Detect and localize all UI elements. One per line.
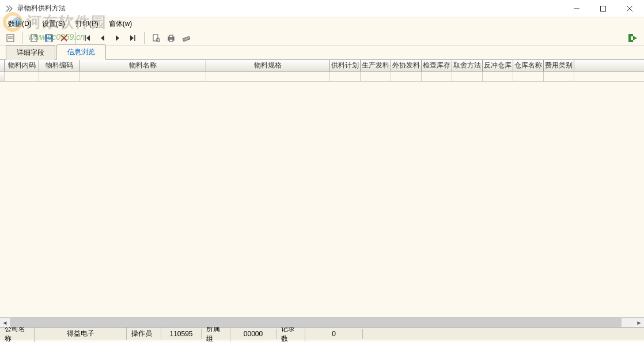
svg-rect-22 [169, 39, 173, 42]
prev-record-button[interactable] [96, 32, 109, 44]
toolbar [0, 30, 644, 46]
statusbar: 公司名称 得益电子 操作员 110595 所属组 00000 记录数 0 [0, 327, 644, 340]
status-operator-value: 110595 [161, 329, 202, 339]
titlebar-left: 录物料供料方法 [5, 3, 66, 13]
col-material-code[interactable]: 物料编码 [39, 60, 79, 71]
col-material-spec[interactable]: 物料规格 [206, 60, 330, 71]
titlebar: 录物料供料方法 [0, 0, 644, 17]
menu-data[interactable]: 数据(D) [3, 18, 36, 30]
col-material-name[interactable]: 物料名称 [79, 60, 206, 71]
row-selector-header[interactable] [0, 60, 5, 71]
window-title: 录物料供料方法 [17, 3, 66, 13]
svg-rect-6 [7, 35, 14, 42]
menu-window[interactable]: 窗体(w) [104, 18, 137, 30]
svg-line-19 [159, 41, 160, 42]
col-supply-plan[interactable]: 供料计划 [330, 60, 361, 71]
grid-header: 物料内码 物料编码 物料名称 物料规格 供料计划 生产发料 外协发料 检查库存 … [0, 60, 644, 72]
col-outsource-issue[interactable]: 外协发料 [391, 60, 422, 71]
svg-rect-17 [153, 35, 158, 41]
print-preview-button[interactable] [149, 32, 163, 44]
delete-button[interactable] [57, 32, 71, 44]
col-rounding-method[interactable]: 取舍方法 [452, 60, 483, 71]
grid-empty-row[interactable] [0, 72, 644, 82]
status-company-value: 得益电子 [35, 328, 127, 340]
status-group-value: 00000 [230, 329, 276, 339]
svg-rect-1 [601, 6, 606, 11]
print-button[interactable] [164, 32, 178, 44]
col-check-stock[interactable]: 检查库存 [422, 60, 452, 71]
save-button[interactable] [42, 32, 56, 44]
exit-button[interactable] [626, 32, 639, 44]
status-operator-label: 操作员 [127, 328, 161, 340]
close-button[interactable] [616, 0, 643, 17]
separator [22, 32, 22, 44]
tabs: 详细字段 信息浏览 [0, 46, 644, 60]
scroll-right-button[interactable]: ► [634, 318, 644, 328]
new-button[interactable] [27, 32, 41, 44]
separator [75, 32, 76, 44]
menubar: 数据(D) 设置(S) 打印(P) 窗体(w) [0, 17, 644, 30]
scroll-left-button[interactable]: ◄ [0, 318, 10, 328]
horizontal-scrollbar[interactable]: ◄ ► [0, 317, 644, 327]
svg-rect-21 [169, 35, 173, 37]
last-record-button[interactable] [126, 32, 139, 44]
first-record-button[interactable] [81, 32, 94, 44]
svg-rect-12 [47, 35, 51, 37]
menu-print[interactable]: 打印(P) [71, 18, 103, 30]
data-grid: 物料内码 物料编码 物料名称 物料规格 供料计划 生产发料 外协发料 检查库存 … [0, 60, 644, 327]
col-expense-category[interactable]: 费用类别 [544, 60, 574, 71]
col-material-innercode[interactable]: 物料内码 [5, 60, 39, 71]
col-production-issue[interactable]: 生产发料 [361, 60, 391, 71]
svg-rect-11 [47, 39, 51, 42]
col-warehouse-name[interactable]: 仓库名称 [513, 60, 544, 71]
app-icon [5, 4, 14, 13]
tool-button[interactable] [179, 32, 193, 44]
window-controls [563, 0, 643, 17]
tab-detail-fields[interactable]: 详细字段 [6, 45, 55, 60]
status-record-value: 0 [305, 329, 363, 339]
separator [144, 32, 145, 44]
maximize-button[interactable] [590, 0, 616, 17]
svg-rect-23 [183, 36, 190, 42]
menu-settings[interactable]: 设置(S) [37, 18, 70, 30]
form-button[interactable] [3, 32, 17, 44]
scroll-track[interactable] [10, 318, 634, 328]
col-backflush-warehouse[interactable]: 反冲仓库 [483, 60, 513, 71]
scroll-thumb[interactable] [10, 318, 622, 328]
tab-info-browse[interactable]: 信息浏览 [56, 44, 106, 60]
next-record-button[interactable] [111, 32, 124, 44]
minimize-button[interactable] [563, 0, 590, 17]
